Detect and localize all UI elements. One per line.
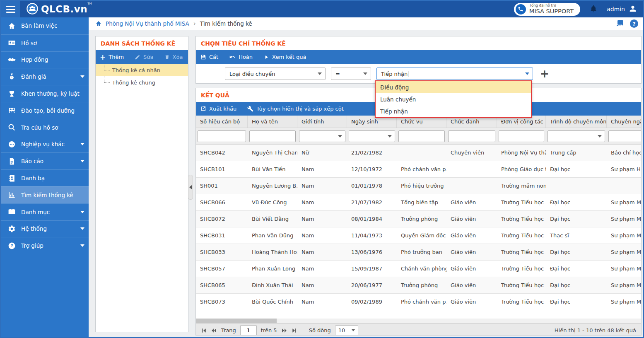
- table-cell: Đại học: [546, 277, 607, 293]
- chevron-down-icon: [318, 72, 322, 75]
- support-line1: Tổng đài hỗ trợ: [529, 4, 574, 8]
- dropdown-option[interactable]: Luân chuyển: [376, 93, 531, 105]
- column-header[interactable]: Họ và tên: [248, 116, 297, 128]
- chevron-down-icon: [388, 135, 392, 138]
- sidebar-item-12[interactable]: Danh mục: [1, 203, 89, 220]
- column-filter-input[interactable]: [608, 130, 642, 142]
- table-row[interactable]: SHCB072Bùi Viết ĐằngNam08/01/1984Trưởng …: [196, 211, 641, 227]
- sidebar-item-1[interactable]: Bàn làm việc: [1, 17, 89, 34]
- table-cell: Trường mầm non...: [497, 178, 546, 194]
- tree-item[interactable]: Thống kê cá nhân: [96, 64, 188, 76]
- sidebar-item-8[interactable]: Nghiệp vụ khác: [1, 136, 89, 153]
- sidebar-item-label: Tra cứu hồ sơ: [21, 124, 58, 131]
- table-cell: SHCB072: [196, 211, 248, 227]
- app-logo[interactable]: QLCB.vn TM: [26, 1, 92, 17]
- help-icon[interactable]: ?: [630, 19, 638, 28]
- dropdown-option[interactable]: Tiếp nhận: [376, 105, 531, 117]
- next-page-button[interactable]: [281, 328, 287, 333]
- undo-button[interactable]: Hoàn: [229, 54, 253, 60]
- table-row[interactable]: SH001Nguyễn Lương B...Nam01/01/1978Phó h…: [196, 178, 641, 194]
- panel-collapse-handle[interactable]: [188, 175, 193, 200]
- column-filter-input[interactable]: [448, 130, 495, 142]
- sidebar-item-label: Hồ sơ: [21, 40, 37, 46]
- sidebar-item-label: Tìm kiếm thống kê: [21, 192, 73, 198]
- tree-item[interactable]: Thống kê chung: [96, 76, 188, 89]
- field-select[interactable]: Loại điều chuyển: [225, 68, 326, 80]
- table-cell: 09/02/1989: [347, 294, 397, 310]
- save-button[interactable]: Cất: [200, 54, 218, 60]
- column-filter-input[interactable]: [499, 130, 544, 142]
- sidebar-item-2[interactable]: Hồ sơ: [1, 34, 89, 51]
- breadcrumb-root[interactable]: Phòng Nội Vụ thành phố MISA: [106, 20, 189, 27]
- filter-cell: [607, 128, 642, 144]
- table-row[interactable]: SHCB065Đinh Xuân TháiNam20/06/1977Trưởng…: [196, 277, 641, 294]
- export-button[interactable]: Xuất khẩu: [200, 106, 236, 112]
- tree-branch: [104, 82, 110, 83]
- column-header[interactable]: Giới tính: [297, 116, 347, 128]
- page-input[interactable]: [240, 325, 257, 336]
- column-filter-select[interactable]: [349, 130, 395, 142]
- column-filter-input[interactable]: [249, 130, 296, 142]
- notification-bell-icon[interactable]: [589, 5, 598, 14]
- sidebar-item-14[interactable]: ?Trợ giúp: [1, 237, 89, 254]
- table-cell: Chánh văn phòng: [397, 261, 446, 277]
- support-badge[interactable]: Tổng đài hỗ trợ MISA SUPPORT: [514, 3, 580, 16]
- sidebar-item-6[interactable]: Đào tạo, bồi dưỡng: [1, 102, 89, 119]
- criteria-panel-title: CHỌN TIÊU CHÍ THỐNG KÊ: [196, 36, 641, 50]
- criteria-panel: CHỌN TIÊU CHÍ THỐNG KÊ Cất Hoàn Xem kết …: [195, 36, 642, 84]
- sidebar-item-13[interactable]: Hệ thống: [1, 220, 89, 237]
- export-icon: [200, 106, 206, 112]
- table-row[interactable]: SHCB042Nguyễn Thị ChanhNữ21/02/1982Chuyê…: [196, 145, 641, 161]
- sidebar-item-9[interactable]: Báo cáo: [1, 152, 89, 169]
- column-header[interactable]: Trình độ chuyên môn: [546, 116, 607, 128]
- column-filter-select[interactable]: [299, 130, 345, 142]
- sidebar-item-7[interactable]: Tra cứu hồ sơ: [1, 119, 89, 136]
- sidebar-item-10[interactable]: Danh bạ: [1, 169, 89, 186]
- table-row[interactable]: SHCB073Bùi Quốc ChínhNam09/02/1989Phó ch…: [196, 294, 641, 310]
- table-row[interactable]: SHCB033Hoàng Thành HoàiNam13/06/1976Phó …: [196, 244, 641, 261]
- column-filter-input[interactable]: [198, 130, 246, 142]
- table-cell: Sư phạm M: [607, 194, 642, 210]
- table-row[interactable]: SHCB057Phan Xuân LongNam15/09/1987Chánh …: [196, 261, 641, 277]
- column-filter-select[interactable]: [548, 130, 605, 142]
- operator-select[interactable]: =: [331, 68, 371, 80]
- sidebar-item-5[interactable]: Khen thưởng, kỷ luật: [1, 85, 89, 102]
- trophy-icon: [7, 89, 16, 98]
- sidebar-item-label: Hệ thống: [21, 225, 47, 232]
- scrollbar-thumb[interactable]: [196, 319, 277, 323]
- table-cell: Đại học: [546, 244, 607, 260]
- prev-page-button[interactable]: [211, 328, 217, 333]
- sidebar-item-3[interactable]: Hợp đồng: [1, 51, 89, 68]
- rows-per-page-select[interactable]: 10: [335, 325, 358, 336]
- column-header[interactable]: Chuyên ngành: [607, 116, 642, 128]
- first-page-button[interactable]: [201, 328, 207, 333]
- home-icon[interactable]: [95, 20, 102, 27]
- column-options-button[interactable]: Tùy chọn hiển thị và sắp xếp cột: [247, 106, 343, 112]
- sidebar-item-4[interactable]: 1Đánh giá: [1, 68, 89, 85]
- medal-icon: 1: [7, 72, 16, 81]
- edit-button[interactable]: Sửa: [135, 54, 153, 60]
- filter-cell: [196, 128, 248, 144]
- hamburger-menu-icon[interactable]: [1, 1, 20, 17]
- run-button[interactable]: Xem kết quả: [263, 54, 306, 60]
- sidebar-item-11[interactable]: Tìm kiếm thống kê: [1, 186, 89, 203]
- column-filter-input[interactable]: [398, 130, 445, 142]
- user-menu[interactable]: admin: [607, 4, 637, 14]
- value-combobox[interactable]: Tiếp nhận: [376, 68, 533, 80]
- table-filler: [196, 310, 641, 319]
- add-criteria-button[interactable]: +: [540, 70, 549, 78]
- table-row[interactable]: SHCB101Bùi Văn TiếnNam12/10/1972Phó chán…: [196, 161, 641, 178]
- table-row[interactable]: SHCB031Phan Văn DũngNam11/04/1973Quyền G…: [196, 227, 641, 244]
- column-header[interactable]: Số hiệu cán bộ: [196, 116, 248, 128]
- dropdown-option[interactable]: Điều động: [376, 81, 531, 93]
- table-row[interactable]: SHCB066Vũ Đức CôngNam21/07/1982Tổng biên…: [196, 194, 641, 211]
- delete-button[interactable]: Xóa: [164, 54, 183, 60]
- sidebar-item-label: Bàn làm việc: [21, 22, 57, 29]
- last-page-button[interactable]: [292, 328, 297, 333]
- horizontal-scrollbar[interactable]: [196, 319, 641, 323]
- feedback-chat-icon[interactable]: [615, 19, 624, 28]
- add-button[interactable]: + Thêm: [100, 53, 124, 61]
- chevron-down-icon: [338, 135, 342, 138]
- page-of-label: trên 5: [261, 327, 277, 333]
- table-cell: 21/02/1982: [347, 145, 397, 161]
